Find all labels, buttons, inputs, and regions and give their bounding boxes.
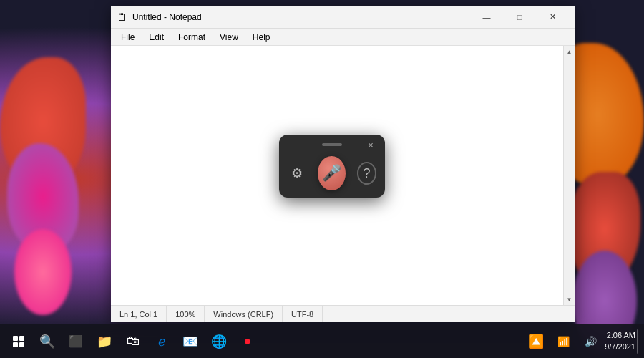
show-desktop-button[interactable] [637,329,641,354]
search-button[interactable]: 🔍 [34,329,60,354]
zoom-level: 100% [167,306,205,322]
start-button[interactable] [6,329,31,354]
window-title: Untitled - Notepad [132,12,470,22]
mail-icon: 📧 [182,334,198,349]
title-bar: 🗒 Untitled - Notepad — □ ✕ [111,6,575,29]
store-icon: 🛍 [127,334,140,349]
opera-button[interactable]: ● [235,329,260,354]
scroll-down-arrow[interactable]: ▼ [564,294,575,305]
task-view-button[interactable]: ⬛ [63,329,89,354]
cursor-position: Ln 1, Col 1 [111,306,167,322]
bg-blob-3 [14,229,72,315]
drag-handle [322,143,342,146]
status-bar: Ln 1, Col 1 100% Windows (CRLF) UTF-8 [111,305,575,322]
maximize-button[interactable]: □ [503,6,536,29]
line-ending: Windows (CRLF) [205,306,283,322]
widget-close-button[interactable]: × [364,137,378,152]
chrome-button[interactable]: 🌐 [206,329,232,354]
chrome-icon: 🌐 [211,334,227,349]
task-view-icon: ⬛ [69,334,83,348]
menu-edit[interactable]: Edit [142,29,171,46]
widget-titlebar: × [279,135,385,155]
help-button[interactable]: ? [357,162,376,185]
volume-icon: 🔊 [585,336,597,347]
opera-icon: ● [244,334,252,349]
voice-input-widget: × ⚙ 🎤 ? [279,135,385,198]
clock-date: 9/7/2021 [605,342,635,352]
menu-bar: File Edit Format View Help [111,29,575,46]
network-icon-button[interactable]: 📶 [550,329,576,354]
taskbar: 🔍 ⬛ 📁 🛍 ℯ 📧 🌐 ● 🔼 📶 🔊 [0,324,644,358]
taskbar-left: 🔍 ⬛ 📁 🛍 ℯ 📧 🌐 ● [0,329,520,354]
system-clock[interactable]: 2:06 AM 9/7/2021 [605,330,635,352]
windows-logo-icon [13,336,24,347]
edge-button[interactable]: ℯ [149,329,175,354]
close-button[interactable]: ✕ [536,6,569,29]
edge-icon: ℯ [158,334,166,349]
title-bar-buttons: — □ ✕ [470,6,569,29]
store-button[interactable]: 🛍 [120,329,146,354]
settings-button[interactable]: ⚙ [288,162,306,185]
menu-help[interactable]: Help [245,29,278,46]
volume-button[interactable]: 🔊 [577,329,603,354]
mail-button[interactable]: 📧 [177,329,203,354]
system-tray: 🔼 📶 🔊 2:06 AM 9/7/2021 [520,329,644,354]
mic-icon: 🎤 [322,164,341,183]
notepad-app-icon: 🗒 [117,11,128,23]
clock-time: 2:06 AM [605,330,635,341]
menu-view[interactable]: View [213,29,245,46]
search-icon: 🔍 [39,334,55,349]
menu-file[interactable]: File [114,29,142,46]
menu-format[interactable]: Format [171,29,213,46]
encoding: UTF-8 [283,306,323,322]
chevron-up-icon: 🔼 [528,334,544,349]
network-icon: 📶 [557,336,570,347]
microphone-button[interactable]: 🎤 [318,156,346,190]
file-explorer-icon: 📁 [97,334,112,349]
scroll-up-arrow[interactable]: ▲ [564,46,575,57]
scroll-track[interactable] [564,57,575,294]
vertical-scrollbar[interactable]: ▲ ▼ [563,46,575,305]
file-explorer-button[interactable]: 📁 [92,329,117,354]
widget-body: ⚙ 🎤 ? [279,155,385,198]
minimize-button[interactable]: — [470,6,503,29]
gear-icon: ⚙ [291,165,303,181]
show-hidden-icons-button[interactable]: 🔼 [523,329,549,354]
